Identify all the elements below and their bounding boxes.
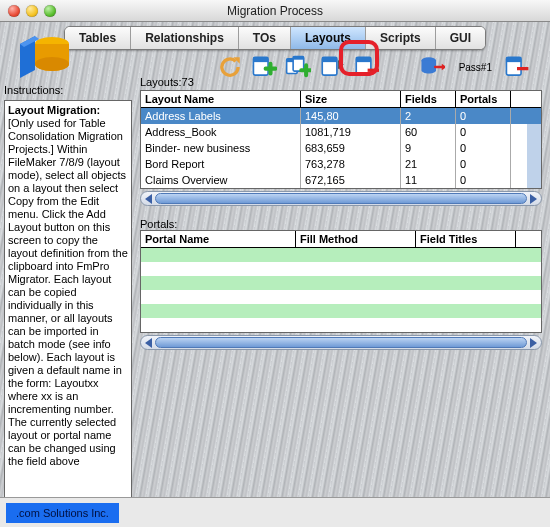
layouts-scrollbar[interactable]: [140, 191, 542, 206]
col-layout-name[interactable]: Layout Name: [141, 91, 301, 107]
table-row[interactable]: Claims Overview 672,165 11 0: [141, 172, 541, 188]
portals-label: Portals:: [140, 218, 542, 230]
tab-relationships[interactable]: Relationships: [131, 27, 239, 49]
table-row[interactable]: Address Labels 145,80 2 0: [141, 108, 541, 124]
svg-rect-13: [506, 57, 521, 62]
svg-rect-1: [253, 57, 268, 62]
instructions-heading: Instructions:: [4, 84, 134, 96]
svg-rect-5: [293, 56, 304, 59]
tab-layouts[interactable]: Layouts: [291, 27, 366, 49]
footer: .com Solutions Inc.: [0, 497, 550, 527]
portals-scrollbar[interactable]: [140, 335, 542, 350]
col-portal-name[interactable]: Portal Name: [141, 231, 296, 247]
window-title: Migration Process: [0, 4, 550, 18]
svg-rect-14: [517, 67, 528, 70]
brand-badge: .com Solutions Inc.: [6, 503, 119, 523]
col-fill-method[interactable]: Fill Method: [296, 231, 416, 247]
svg-point-16: [35, 57, 69, 71]
pass-label: Pass#1: [459, 62, 492, 73]
instructions-title: Layout Migration:: [8, 104, 100, 116]
instructions-body: [Only used for Table Consolidation Migra…: [8, 117, 128, 467]
tab-gui[interactable]: GUI: [436, 27, 485, 49]
instructions-panel: Layout Migration: [Only used for Table C…: [4, 100, 132, 502]
layouts-count: Layouts:73: [140, 76, 542, 88]
col-portals[interactable]: Portals: [456, 91, 511, 107]
layouts-table[interactable]: Layout Name Size Fields Portals Address …: [140, 90, 542, 189]
svg-rect-9: [356, 57, 371, 62]
tab-tos[interactable]: TOs: [239, 27, 291, 49]
table-row[interactable]: Bord Report 763,278 21 0: [141, 156, 541, 172]
portals-table[interactable]: Portal Name Fill Method Field Titles: [140, 230, 542, 333]
tab-scripts[interactable]: Scripts: [366, 27, 436, 49]
col-size[interactable]: Size: [301, 91, 401, 107]
table-row[interactable]: Address_Book 1081,719 60 0: [141, 124, 541, 140]
table-row[interactable]: Binder- new business 683,659 9 0: [141, 140, 541, 156]
col-field-titles[interactable]: Field Titles: [416, 231, 516, 247]
svg-rect-10: [367, 69, 378, 72]
col-fields[interactable]: Fields: [401, 91, 456, 107]
window-titlebar: Migration Process: [0, 0, 550, 22]
app-icon: [14, 32, 74, 82]
svg-rect-7: [322, 57, 337, 62]
